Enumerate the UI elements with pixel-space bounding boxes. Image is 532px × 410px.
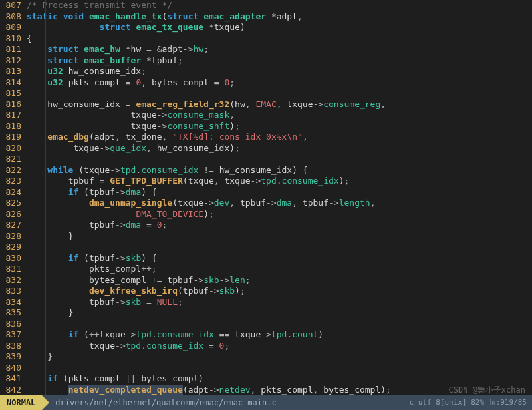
code-line[interactable]: tpbuf->skb = NULL; — [27, 297, 532, 308]
line-number: 835 — [0, 308, 21, 319]
indent-guide — [45, 0, 46, 395]
line-number: 822 — [0, 165, 21, 176]
watermark: CSDN @舞小子xchan — [449, 385, 525, 396]
code-line[interactable]: txque->consume_shft); — [27, 121, 532, 132]
code-area[interactable]: /* Process transmit event */static void … — [25, 0, 532, 395]
line-number: 808 — [0, 11, 21, 23]
code-line[interactable]: struct emac_buffer *tpbuf; — [27, 55, 532, 67]
code-line[interactable]: bytes_compl += tpbuf->skb->len; — [27, 275, 532, 286]
code-line[interactable]: } — [27, 351, 532, 363]
mode-indicator: NORMAL — [0, 395, 42, 410]
line-number: 816 — [0, 99, 21, 110]
code-line[interactable]: } — [27, 308, 532, 319]
code-line[interactable] — [27, 242, 532, 253]
line-number: 818 — [0, 121, 21, 132]
line-number: 823 — [0, 176, 21, 187]
line-number: 833 — [0, 286, 21, 297]
code-line[interactable] — [27, 319, 532, 330]
code-line[interactable]: tpbuf->dma = 0; — [27, 220, 532, 231]
status-bar: NORMAL drivers/net/ethernet/qualcomm/ema… — [0, 395, 532, 410]
line-number: 826 — [0, 209, 21, 220]
line-number: 812 — [0, 55, 21, 67]
line-number: 830 — [0, 253, 21, 264]
code-line[interactable]: pkts_compl++; — [27, 264, 532, 275]
code-line[interactable]: { — [27, 33, 532, 45]
line-number: 841 — [0, 373, 21, 385]
code-line[interactable]: emac_dbg(adpt, tx_done, "TX[%d]: cons id… — [27, 132, 532, 143]
code-line[interactable]: DMA_TO_DEVICE); — [27, 209, 532, 220]
code-line[interactable]: } — [27, 231, 532, 242]
line-number: 827 — [0, 220, 21, 231]
code-line[interactable]: if (tpbuf->dma) { — [27, 187, 532, 198]
code-line[interactable] — [27, 363, 532, 374]
line-number: 825 — [0, 198, 21, 209]
indent-guide — [27, 0, 27, 395]
line-number: 820 — [0, 143, 21, 154]
code-line[interactable]: if (pkts_compl || bytes_compl) — [27, 373, 532, 385]
line-number: 821 — [0, 154, 21, 165]
line-number: 819 — [0, 132, 21, 143]
code-line[interactable]: tpbuf = GET_TPD_BUFFER(txque, txque->tpd… — [27, 176, 532, 187]
code-line[interactable]: hw_consume_idx = emac_reg_field_r32(hw, … — [27, 99, 532, 110]
code-line[interactable]: u32 pkts_compl = 0, bytes_compl = 0; — [27, 77, 532, 89]
line-number: 815 — [0, 88, 21, 99]
editor-viewport[interactable]: 8078088098108118128138148158168178188198… — [0, 0, 532, 395]
code-line[interactable]: u32 hw_consume_idx; — [27, 66, 532, 77]
line-number: 817 — [0, 110, 21, 121]
line-number: 831 — [0, 264, 21, 275]
line-number: 807 — [0, 0, 21, 11]
line-number: 824 — [0, 187, 21, 198]
line-number-gutter: 8078088098108118128138148158168178188198… — [0, 0, 25, 395]
code-line[interactable]: dev_kfree_skb_irq(tpbuf->skb); — [27, 286, 532, 297]
line-number: 840 — [0, 363, 21, 374]
line-number: 829 — [0, 242, 21, 253]
line-number: 832 — [0, 275, 21, 286]
code-line[interactable]: while (txque->tpd.consume_idx != hw_cons… — [27, 165, 532, 176]
file-path: drivers/net/ethernet/qualcomm/emac/emac_… — [42, 397, 409, 409]
code-line[interactable]: dma_unmap_single(txque->dev, tpbuf->dma,… — [27, 198, 532, 209]
code-line[interactable] — [27, 88, 532, 99]
code-line[interactable]: struct emac_hw *hw = &adpt->hw; — [27, 44, 532, 55]
line-number: 809 — [0, 22, 21, 33]
code-line[interactable]: if (tpbuf->skb) { — [27, 253, 532, 264]
line-number: 837 — [0, 329, 21, 341]
line-number: 834 — [0, 297, 21, 308]
code-line[interactable]: txque->que_idx, hw_consume_idx); — [27, 143, 532, 154]
line-number: 813 — [0, 66, 21, 77]
line-number: 814 — [0, 77, 21, 89]
line-number: 839 — [0, 351, 21, 363]
line-number: 810 — [0, 33, 21, 45]
code-line[interactable]: txque->consume_mask, — [27, 110, 532, 121]
code-line[interactable]: /* Process transmit event */ — [27, 0, 532, 11]
code-line[interactable]: txque->tpd.consume_idx = 0; — [27, 341, 532, 352]
line-number: 828 — [0, 231, 21, 242]
line-number: 811 — [0, 44, 21, 55]
line-number: 842 — [0, 385, 21, 396]
code-line[interactable]: if (++txque->tpd.consume_idx == txque->t… — [27, 329, 532, 341]
line-number: 838 — [0, 341, 21, 352]
status-right: c utf-8[unix] 82% ㏑:919/85 — [409, 397, 532, 409]
code-line[interactable]: struct emac_tx_queue *txque) — [27, 22, 532, 33]
code-line[interactable]: static void emac_handle_tx(struct emac_a… — [27, 11, 532, 23]
line-number: 836 — [0, 319, 21, 330]
code-line[interactable] — [27, 154, 532, 165]
